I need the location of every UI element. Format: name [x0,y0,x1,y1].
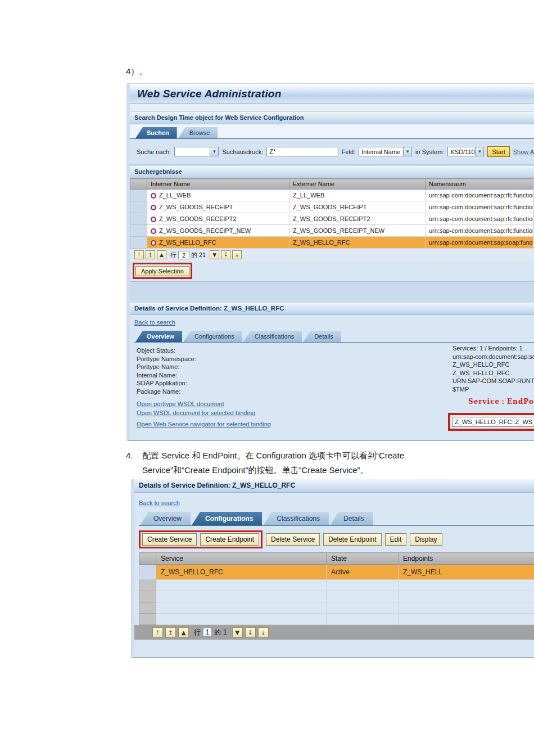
chevron-down-icon: ▼ [210,147,218,156]
back-to-search-link[interactable]: Back to search [139,500,180,506]
pager-page-up-button[interactable]: ↥ [146,250,155,259]
pager-page-down-button[interactable]: ↧ [221,250,230,259]
table-header-row: Service State Endpoints [139,553,534,565]
apply-selection-row: Apply Selection [130,261,534,281]
value-soap-applikation: URN:SAP-COM:SOAP:RUNTIME [452,377,534,385]
pager-up-button[interactable]: ▲ [157,250,166,259]
selection-column-header [139,553,156,565]
pager-first-button[interactable]: ⤒ [152,627,163,637]
pager-row-label: 行 [170,251,177,259]
pager-page-down-button[interactable]: ↧ [245,627,256,637]
column-header-namensraum[interactable]: Namensraum [426,179,533,190]
column-header-state[interactable]: State [327,553,399,565]
pager-down-button[interactable]: ▼ [232,627,243,637]
table-row-selected[interactable]: Z_WS_HELLO_RFC Active Z_WS_HELL [139,565,534,580]
tab-classifications[interactable]: Classifications [263,512,329,525]
tab-details[interactable]: Details [330,512,373,525]
pager-total-rows: 1 [223,628,227,636]
service-definition-icon [151,193,156,199]
results-section-header: Suchergebnisse [130,166,534,178]
table-row[interactable]: Z_WS_GOODS_RECEIPT Z_WS_GOODS_RECEIPT ur… [130,201,533,213]
cell-namensraum: urn:sap-com:document:sap:rfc:functions [426,213,533,225]
table-row[interactable]: Z_WS_GOODS_RECEIPT_NEW Z_WS_GOODS_RECEIP… [130,225,533,237]
cell-interner: Z_WS_HELLO_RFC [147,237,289,249]
annotation-highlight-binding: Z_WS_HELLO_RFC::Z_WS_H [448,413,534,431]
pager-last-button[interactable]: ⤓ [232,250,242,259]
tab-details[interactable]: Details [303,331,341,342]
window-title: Web Service Administration [137,88,282,100]
row-selector[interactable] [139,580,156,591]
pager-up-button[interactable]: ▲ [178,627,189,637]
row-selector[interactable] [139,565,156,580]
table-pager: ⤒ ↥ ▲ 行 2 的 21 ▼ ↧ ⤓ [130,249,534,261]
row-selector[interactable] [139,591,156,602]
row-selector[interactable] [139,614,156,625]
pager-current-row-input[interactable]: 1 [203,628,212,637]
delete-service-button[interactable]: Delete Service [266,533,320,546]
delete-endpoint-button[interactable]: Delete Endpoint [323,533,381,546]
column-header-externer-name[interactable]: Externer Name [289,179,426,190]
tab-browse[interactable]: Browse [178,127,218,138]
row-selector[interactable] [130,237,147,249]
row-selector[interactable] [130,225,147,237]
show-advanced-link[interactable]: Show A [513,148,534,155]
table-pager: ⤒ ↥ ▲ 行 1 的 1 ▼ ↧ ⤓ [134,625,534,640]
edit-button[interactable]: Edit [385,533,407,546]
table-row-empty[interactable] [139,580,534,591]
service-definition-icon [151,240,156,246]
services-table: Service State Endpoints Z_WS_HELLO_RFC A… [139,552,534,625]
pager-first-button[interactable]: ⤒ [134,250,144,259]
back-to-search-link[interactable]: Back to search [134,319,175,326]
tab-configurations[interactable]: Configurations [183,331,242,342]
annotation-highlight-create-buttons: Create Service Create Endpoint [139,530,263,548]
row-selector[interactable] [130,190,147,201]
feld-select[interactable]: Internal Name ▼ [359,147,412,156]
window-footer [134,640,534,652]
pager-down-button[interactable]: ▼ [210,250,219,259]
cell-interner: Z_WS_GOODS_RECEIPT_NEW [147,225,289,237]
cell-endpoints: Z_WS_HELL [399,565,534,580]
chevron-down-icon: ▼ [403,147,411,156]
column-header-service[interactable]: Service [156,553,327,565]
webservice-admin-window: Web Service Administration Search Design… [126,83,534,441]
table-row-empty[interactable] [139,591,534,602]
table-row[interactable]: Z_WS_GOODS_RECEIPT2 Z_WS_GOODS_RECEIPT2 … [130,213,533,225]
titlebar-divider [130,104,534,112]
table-row-selected[interactable]: Z_WS_HELLO_RFC Z_WS_HELLO_RFC urn:sap-co… [130,237,533,249]
pager-last-button[interactable]: ⤓ [258,627,269,637]
column-header-endpoints[interactable]: Endpoints [399,553,534,565]
start-button[interactable]: Start [487,146,509,157]
tab-classifications[interactable]: Classifications [243,331,302,342]
row-selector[interactable] [139,602,156,614]
tab-overview[interactable]: Overview [135,331,182,342]
table-row[interactable]: Z_LL_WEB Z_LL_WEB urn:sap-com:document:s… [130,190,533,201]
suche-nach-select[interactable]: ▼ [174,147,219,156]
row-selector[interactable] [130,201,147,213]
row-selector[interactable] [130,213,147,225]
table-row-empty[interactable] [139,602,534,614]
apply-selection-button[interactable]: Apply Selection [135,266,189,276]
configurations-body: Back to search Overview Configurations C… [134,493,534,625]
pager-current-row-input[interactable]: 2 [178,251,189,259]
details-section-header: Details of Service Definition: Z_WS_HELL… [134,479,534,493]
suchausdruck-input[interactable]: Z* [266,147,338,156]
details-tabs: Overview Configurations Classifications … [134,329,534,343]
value-package-name: $TMP [452,385,534,394]
chevron-down-icon: ▼ [475,147,483,156]
in-system-label: in System: [415,148,444,155]
tab-suchen[interactable]: Suchen [135,127,177,138]
window-titlebar: Web Service Administration [130,83,534,104]
binding-select-field[interactable]: Z_WS_HELLO_RFC::Z_WS_H [452,417,534,427]
cell-externer: Z_WS_GOODS_RECEIPT_NEW [289,225,426,237]
pager-of-label: 的 [191,251,197,259]
pager-of-label: 的 [214,628,221,637]
table-row-empty[interactable] [139,614,534,625]
system-select[interactable]: KSD/110 ▼ [447,147,484,156]
pager-page-up-button[interactable]: ↥ [165,627,176,637]
tab-overview[interactable]: Overview [140,512,191,525]
tab-configurations[interactable]: Configurations [192,512,262,525]
create-endpoint-button[interactable]: Create Endpoint [200,533,259,546]
column-header-interner-name[interactable]: Interner Name [147,179,289,190]
display-button[interactable]: Display [410,533,442,546]
create-service-button[interactable]: Create Service [142,533,197,546]
